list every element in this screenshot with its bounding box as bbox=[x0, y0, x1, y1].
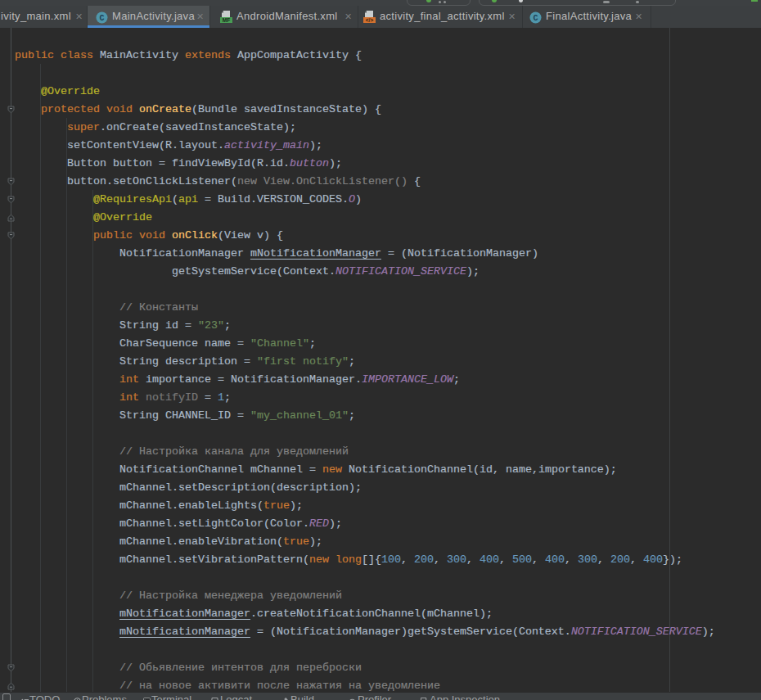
svg-text:MF: MF bbox=[223, 17, 230, 23]
svg-text:</>: </> bbox=[366, 17, 374, 23]
svg-text:C: C bbox=[99, 14, 104, 23]
svg-text:C: C bbox=[533, 14, 538, 23]
